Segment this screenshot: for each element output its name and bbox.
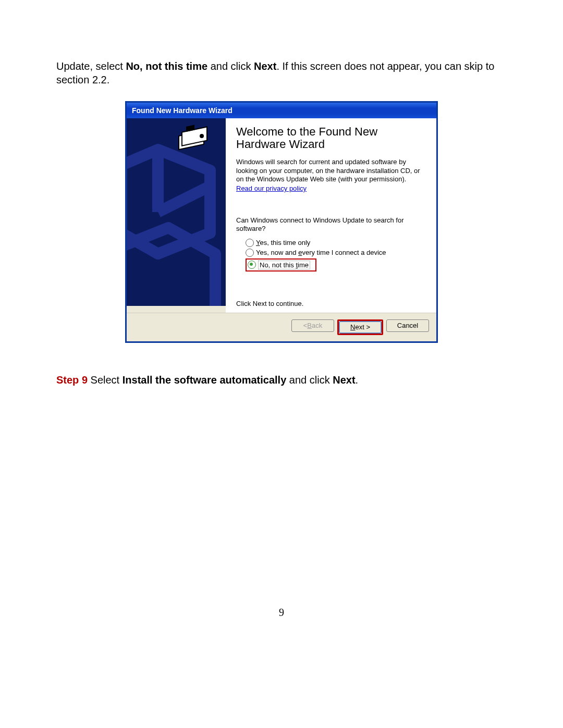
click-next-text: Click Next to continue.: [236, 300, 426, 307]
next-button[interactable]: Next >: [339, 321, 382, 334]
intro-paragraph: Update, select No, not this time and cli…: [56, 59, 507, 87]
svg-point-4: [200, 134, 204, 138]
cancel-button[interactable]: Cancel: [386, 319, 429, 332]
wizard-heading: Welcome to the Found New Hardware Wizard: [236, 126, 426, 151]
step9-bold1: Install the software automatically: [123, 374, 287, 386]
step9-mid: and click: [286, 374, 333, 386]
radio-icon: [248, 261, 256, 269]
wizard-side-image: [127, 118, 226, 306]
radio-icon: [246, 239, 254, 247]
intro-bold1: No, not this time: [126, 60, 207, 72]
privacy-link[interactable]: Read our privacy policy: [236, 184, 307, 192]
wizard-footer: < Back Next > Cancel: [127, 313, 436, 341]
back-button: < Back: [291, 319, 334, 332]
wizard-question: Can Windows connect to Windows Update to…: [236, 216, 426, 233]
radio-option-yes-always[interactable]: Yes, now and every time I connect a devi…: [246, 249, 426, 257]
wizard-graphic-icon: [127, 118, 226, 306]
step9-paragraph: Step 9 Select Install the software autom…: [56, 373, 507, 387]
next-button-highlight: Next >: [337, 319, 383, 335]
wizard-options: Yes, this time only Yes, now and every t…: [236, 239, 426, 272]
step9-pre: Select: [88, 374, 123, 386]
step9-bold2: Next: [333, 374, 355, 386]
wizard-content: Welcome to the Found New Hardware Wizard…: [226, 118, 436, 313]
wizard-titlebar: Found New Hardware Wizard: [127, 103, 436, 118]
wizard-window: Found New Hardware Wizard: [125, 101, 438, 343]
wizard-body: Welcome to the Found New Hardware Wizard…: [127, 118, 436, 313]
radio-option-yes-once[interactable]: Yes, this time only: [246, 239, 426, 247]
page-number: 9: [0, 607, 563, 619]
option-label: Yes, now and every time I connect a devi…: [256, 249, 386, 256]
intro-mid: and click: [207, 60, 254, 72]
option-label: Yes, this time only: [256, 239, 310, 246]
option-label: No, not this time: [258, 261, 310, 269]
step9-post: .: [356, 374, 359, 386]
intro-prefix: Update, select: [56, 60, 126, 72]
radio-icon: [246, 249, 254, 257]
wizard-description: Windows will search for current and upda…: [236, 158, 426, 183]
intro-bold2: Next: [254, 60, 276, 72]
step9-label: Step 9: [56, 374, 88, 386]
radio-option-no-highlight[interactable]: No, not this time: [246, 258, 316, 272]
